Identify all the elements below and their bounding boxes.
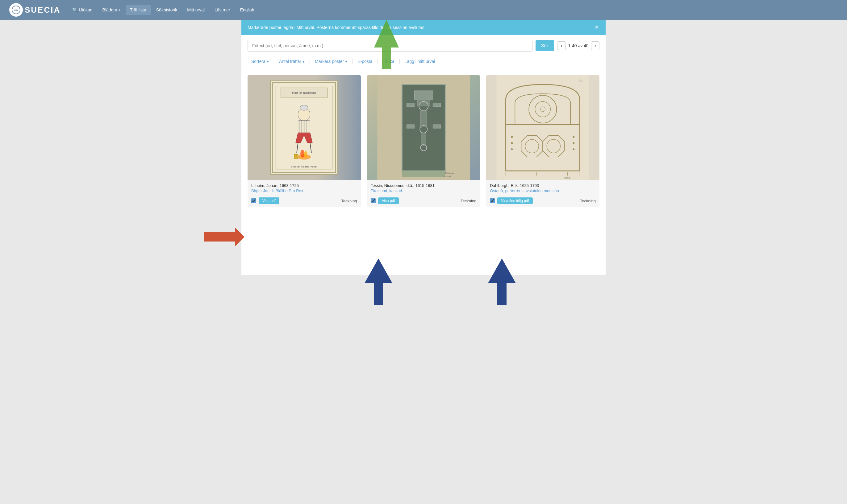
chevron-down-icon: ▾ [345,59,347,64]
blue-arrow-1-annotation [365,258,392,306]
alert-bar: Markerade poster lagda i Mitt urval. Pos… [241,20,606,35]
svg-point-23 [300,149,304,158]
svg-rect-25 [294,154,298,159]
svg-point-53 [511,142,513,144]
svg-rect-34 [421,133,426,145]
card-1-pdf-button[interactable]: Visa pdf [259,197,279,204]
navbar: KB SUECIA 🔍 Utökad Bläddra ▾ Träfflista … [0,0,847,20]
toolbar-separator [352,59,352,64]
card-3-checkbox[interactable] [490,198,495,203]
red-arrow-annotation [204,228,244,247]
card-2-title[interactable]: Ekolsund, kaskad [371,188,477,193]
nav-trafflista[interactable]: Träfflista [126,5,151,15]
nav-bladda[interactable]: Bläddra ▾ [98,5,124,15]
card-2-author: Tessin, Nicodemus, d.ä., 1615-1681 [371,183,477,188]
nav-utokad[interactable]: 🔍 Utökad [68,5,97,15]
toolbar-separator [377,59,378,64]
svg-rect-37 [433,103,440,107]
nav-mitt-urval[interactable]: Mitt urval [183,5,209,15]
toolbar-e-posta[interactable]: E-posta [354,58,376,65]
chevron-down-icon: ▾ [119,8,120,12]
search-row: Sök ‹ 1-40 av 40 › [241,35,606,56]
chevron-down-icon: ▾ [302,59,305,64]
card-2-pdf-button[interactable]: Visa pdf [378,197,399,204]
card-2-image: Ekolsund Kaskad [367,75,480,180]
svg-marker-5 [365,258,392,305]
card-3-footer: Visa flersidlig pdf Teckning [486,196,600,207]
nav-las-mer[interactable]: Läs mer [210,5,235,15]
search-button[interactable]: Sök [536,40,554,51]
svg-rect-40 [402,171,445,177]
prev-page-button[interactable]: ‹ [557,41,566,50]
svg-text:KB: KB [14,9,18,12]
card-1-image-inner: Platz for Inscriptions [270,80,338,175]
nav-items: 🔍 Utökad Bläddra ▾ Träfflista Sökhistori… [68,5,838,15]
card-3: 181 Dahlb. Dahlbergh, Erik, 1625-1703 Ös… [486,75,600,207]
svg-rect-32 [420,111,427,126]
toolbar: Sortera ▾ Antal träffar ▾ Markera poster… [241,56,606,69]
card-3-image: 181 Dahlb. [486,75,600,180]
svg-point-54 [511,148,513,150]
chevron-down-icon: ▾ [267,59,269,64]
cards-area: Platz for Inscriptions [241,69,606,263]
pagination-text: 1-40 av 40 [568,43,589,48]
card-1-type: Teckning [341,199,357,203]
search-input[interactable] [247,40,533,52]
card-1-image: Platz for Inscriptions [247,75,361,180]
svg-point-12 [300,105,308,110]
toolbar-lagg-i-mitt-urval[interactable]: Lägg i mitt urval [401,58,439,65]
nav-english[interactable]: English [236,5,259,15]
svg-text:Kaskad: Kaskad [444,175,451,177]
brand: KB SUECIA [9,3,60,17]
svg-rect-38 [407,125,414,128]
svg-point-24 [304,151,308,158]
card-2-body: Tessin, Nicodemus, d.ä., 1615-1681 Ekols… [367,180,480,196]
search-icon: 🔍 [72,7,77,12]
card-3-title[interactable]: Östanå, parterrens avslutning mot sjön [490,188,596,193]
card-1: Platz for Inscriptions [247,75,361,207]
toolbar-markera-poster[interactable]: Markera poster ▾ [311,58,351,65]
card-3-svg: 181 Dahlb. [486,75,600,180]
card-2: Ekolsund Kaskad Tessin, Nicodemus, d.ä.,… [367,75,480,207]
svg-point-52 [511,136,513,138]
svg-marker-6 [488,258,516,305]
card-2-footer: Visa pdf Teckning [367,196,480,207]
card-2-type: Teckning [461,199,476,203]
svg-text:Ekolsund: Ekolsund [445,172,455,175]
svg-point-56 [573,142,575,144]
toolbar-antal-traffar[interactable]: Antal träffar ▾ [275,58,308,65]
card-1-author: Litheim, Johan, 1663-1725 [251,183,357,188]
toolbar-lanka[interactable]: Länka [379,58,398,65]
svg-rect-36 [407,103,414,107]
card-3-author: Dahlbergh, Erik, 1625-1703 [490,183,596,188]
toolbar-sortera[interactable]: Sortera ▾ [247,58,273,65]
card-2-svg: Ekolsund Kaskad [367,75,480,180]
main-content: Markerade poster lagda i Mitt urval. Pos… [241,20,606,275]
blue-arrow-2-annotation [488,258,516,306]
svg-point-57 [573,148,575,150]
next-page-button[interactable]: › [591,41,600,50]
pagination-info: ‹ 1-40 av 40 › [557,41,600,50]
logo-icon: KB [9,3,23,17]
alert-close-button[interactable]: × [593,24,600,31]
svg-text:Birger Jarl till Biällbo Pro R: Birger Jarl till Biällbo Pro Rex [291,166,317,168]
card-1-checkbox[interactable] [251,198,256,203]
alert-message: Markerade poster lagda i Mitt urval. Pos… [247,25,426,30]
toolbar-separator [399,59,400,64]
nav-sokhistorik[interactable]: Sökhistorik [152,5,182,15]
arrow-spacer [247,207,600,257]
card-1-body: Litheim, Johan, 1663-1725 Birger Jarl ti… [247,180,361,196]
svg-rect-39 [433,125,440,128]
svg-point-55 [573,136,575,138]
card-3-pdf-button[interactable]: Visa flersidlig pdf [497,197,533,204]
card-2-checkbox[interactable] [371,198,376,203]
cards-grid: Platz for Inscriptions [247,75,600,207]
brand-name: SUECIA [25,5,60,15]
card-1-title[interactable]: Birger Jarl till Biällbo Pro Rex [251,188,357,193]
svg-rect-29 [414,91,433,100]
svg-marker-4 [204,228,244,246]
svg-text:181: 181 [578,79,583,82]
svg-text:Dahlb.: Dahlb. [565,177,571,179]
card-1-footer: Visa pdf Teckning [247,196,361,207]
card-3-type: Teckning [580,199,596,203]
